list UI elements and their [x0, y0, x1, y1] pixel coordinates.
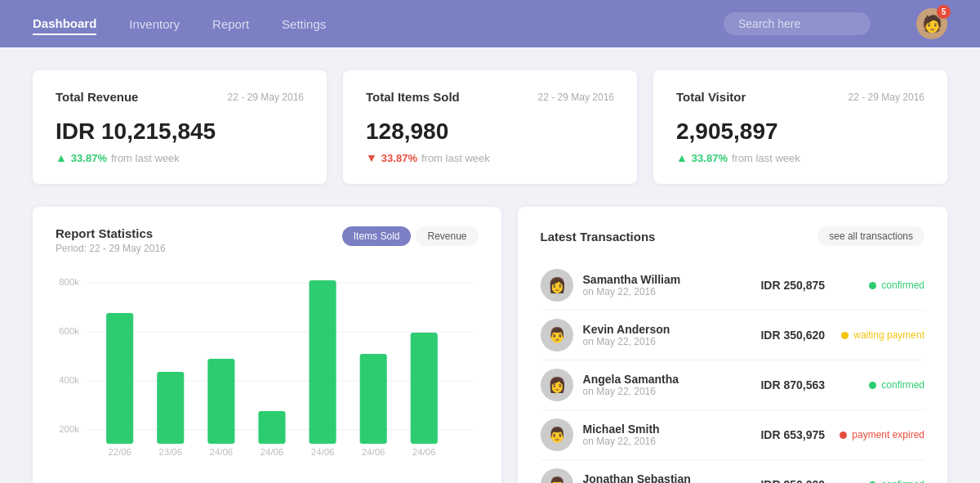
status-dot — [840, 432, 847, 439]
stat-visitor-date: 22 - 29 May 2016 — [849, 92, 924, 103]
svg-text:24/06: 24/06 — [412, 447, 435, 457]
tx-name: Angela Samantha — [583, 373, 742, 386]
tx-amount: IDR 350,620 — [751, 329, 825, 342]
notification-badge: 5 — [937, 5, 951, 19]
tx-status: payment expired — [835, 429, 924, 441]
tx-status: confirmed — [835, 379, 924, 391]
svg-rect-14 — [411, 333, 438, 444]
chart-area: 800k 600k 400k 200k — [56, 271, 479, 467]
svg-text:400k: 400k — [59, 375, 79, 385]
tx-info: Angela Samantha on May 22, 2016 — [583, 373, 742, 397]
stat-items-from: from last week — [421, 152, 490, 164]
svg-rect-11 — [258, 411, 285, 444]
stat-items-change: ▼ 33.87% from last week — [366, 151, 614, 164]
tab-items-sold[interactable]: Items Sold — [342, 226, 412, 246]
stat-visitor-change: ▲ 33.87% from last week — [676, 151, 924, 164]
status-dot — [841, 332, 849, 339]
svg-text:24/06: 24/06 — [261, 447, 283, 457]
stat-revenue-pct: 33.87% — [71, 152, 107, 164]
transaction-row: 👩 Samantha William on May 22, 2016 IDR 2… — [541, 261, 924, 311]
tx-avatar: 👩 — [541, 369, 573, 401]
svg-text:24/06: 24/06 — [362, 447, 385, 457]
transactions-title: Latest Transactions — [541, 230, 656, 244]
svg-rect-9 — [157, 372, 184, 444]
stat-items-date: 22 - 29 May 2016 — [538, 92, 614, 103]
svg-text:200k: 200k — [59, 424, 79, 434]
stat-card-items-sold: Total Items Sold 22 - 29 May 2016 128,98… — [343, 70, 637, 184]
tx-date: on May 22, 2016 — [583, 386, 742, 397]
transaction-row: 👨 Kevin Anderson on May 22, 2016 IDR 350… — [541, 311, 924, 360]
tx-status: confirmed — [835, 479, 924, 483]
stat-visitor-from: from last week — [732, 152, 800, 164]
tx-name: Samantha William — [583, 273, 742, 286]
tab-revenue[interactable]: Revenue — [416, 226, 478, 246]
transactions-panel: Latest Transactions see all transactions… — [518, 207, 947, 483]
transaction-row: 👨 Jonathan Sebastian on May 22, 2016 IDR… — [541, 460, 924, 483]
nav-item-dashboard[interactable]: Dashboard — [33, 13, 96, 35]
stat-revenue-label: Total Revenue — [56, 90, 138, 104]
stat-revenue-date: 22 - 29 May 2016 — [228, 92, 304, 103]
status-label: payment expired — [852, 429, 924, 441]
svg-rect-10 — [207, 359, 234, 444]
tx-avatar: 👨 — [541, 468, 573, 483]
nav-item-inventory[interactable]: Inventory — [129, 14, 180, 34]
tx-name: Michael Smith — [583, 423, 742, 436]
stat-items-value: 128,980 — [366, 119, 614, 145]
chart-svg: 800k 600k 400k 200k — [56, 271, 479, 467]
tx-name: Jonathan Sebastian — [583, 472, 742, 483]
tx-info: Jonathan Sebastian on May 22, 2016 — [583, 472, 742, 483]
status-dot — [869, 382, 876, 389]
stat-visitor-value: 2,905,897 — [676, 119, 924, 145]
svg-text:600k: 600k — [59, 326, 79, 336]
stat-card-visitor: Total Visitor 22 - 29 May 2016 2,905,897… — [653, 70, 947, 184]
stat-card-revenue: Total Revenue 22 - 29 May 2016 IDR 10,21… — [33, 70, 327, 184]
chart-panel: Report Statistics Period: 22 - 29 May 20… — [33, 207, 501, 483]
tx-status: waiting payment — [835, 329, 924, 341]
status-label: confirmed — [881, 479, 924, 483]
tx-amount: IDR 250,875 — [751, 279, 825, 292]
chart-tabs: Items Sold Revenue — [342, 226, 479, 246]
chart-title: Report Statistics — [56, 226, 166, 240]
navbar: Dashboard Inventory Report Settings 🧑 5 — [0, 0, 980, 47]
up-arrow-icon-2: ▲ — [676, 151, 688, 164]
search-input[interactable] — [724, 12, 871, 35]
stat-revenue-from: from last week — [111, 152, 180, 164]
tx-info: Samantha William on May 22, 2016 — [583, 273, 742, 297]
svg-rect-13 — [360, 354, 387, 444]
tx-date: on May 22, 2016 — [583, 436, 742, 447]
tx-info: Kevin Anderson on May 22, 2016 — [583, 323, 742, 347]
tx-avatar: 👨 — [541, 418, 573, 451]
tx-info: Michael Smith on May 22, 2016 — [583, 423, 742, 447]
svg-rect-8 — [106, 313, 133, 444]
svg-text:800k: 800k — [59, 277, 79, 287]
svg-text:22/06: 22/06 — [108, 447, 131, 457]
tx-name: Kevin Anderson — [583, 323, 742, 336]
tx-date: on May 22, 2016 — [583, 286, 742, 297]
transaction-row: 👨 Michael Smith on May 22, 2016 IDR 653,… — [541, 410, 924, 460]
up-arrow-icon: ▲ — [56, 151, 67, 164]
tx-status: confirmed — [835, 280, 924, 291]
stat-items-label: Total Items Sold — [366, 90, 460, 104]
chart-period: Period: 22 - 29 May 2016 — [56, 243, 166, 254]
main-content: Total Revenue 22 - 29 May 2016 IDR 10,21… — [0, 47, 980, 483]
down-arrow-icon: ▼ — [366, 151, 377, 164]
stat-revenue-change: ▲ 33.87% from last week — [56, 151, 304, 164]
nav-item-report[interactable]: Report — [212, 14, 249, 34]
status-dot — [869, 282, 876, 289]
svg-text:23/06: 23/06 — [159, 447, 182, 457]
stat-visitor-label: Total Visitor — [676, 90, 746, 104]
stat-cards: Total Revenue 22 - 29 May 2016 IDR 10,21… — [33, 70, 947, 184]
tx-avatar: 👩 — [541, 269, 573, 302]
stat-visitor-pct: 33.87% — [692, 152, 728, 164]
svg-rect-12 — [310, 280, 336, 444]
transaction-rows: 👩 Samantha William on May 22, 2016 IDR 2… — [541, 261, 924, 483]
nav-item-settings[interactable]: Settings — [282, 14, 326, 34]
see-all-transactions-button[interactable]: see all transactions — [817, 226, 924, 246]
tx-amount: IDR 950,000 — [751, 478, 825, 483]
status-label: confirmed — [881, 280, 924, 291]
bottom-row: Report Statistics Period: 22 - 29 May 20… — [33, 207, 947, 483]
tx-avatar: 👨 — [541, 319, 573, 351]
tx-amount: IDR 653,975 — [751, 428, 825, 441]
tx-date: on May 22, 2016 — [583, 336, 742, 347]
transaction-row: 👩 Angela Samantha on May 22, 2016 IDR 87… — [541, 360, 924, 410]
